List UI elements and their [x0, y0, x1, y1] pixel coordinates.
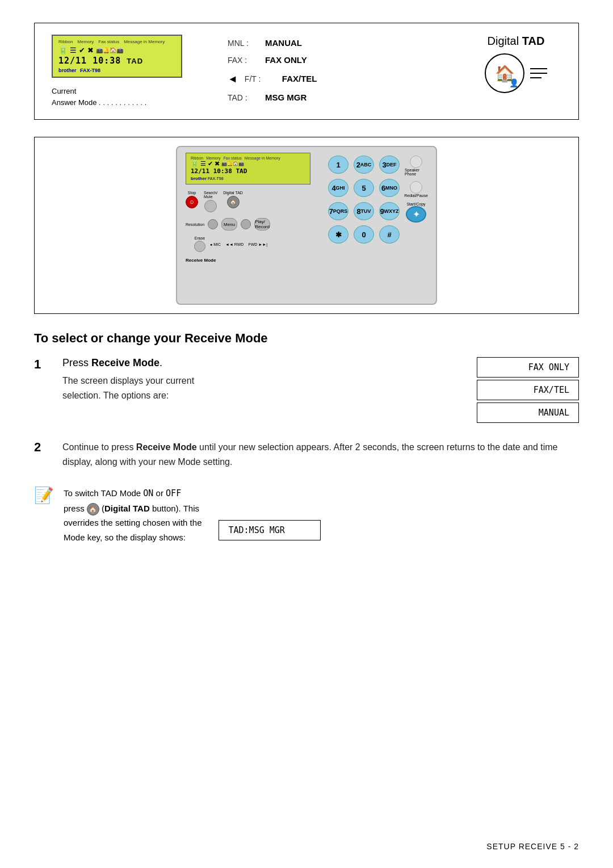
menu-button[interactable]: Menu	[221, 218, 237, 230]
redial-pause-area: Redial/Pause	[405, 179, 427, 199]
lcd-option-manual: MANUAL	[477, 402, 579, 423]
fax-icons: 📠🔔🏠📠	[96, 47, 123, 53]
key-8[interactable]: 8TUV	[354, 202, 374, 220]
erase-area[interactable]: Erase	[194, 236, 205, 252]
note-text4: overrides the setting chosen with the	[64, 518, 201, 527]
mode-value-mnl: MANUAL	[265, 35, 302, 52]
search-mute-area[interactable]: Search/Mute	[204, 191, 217, 212]
fax-status-label: Fax status	[98, 39, 119, 44]
fax-machine: RibbonMemoryFax statusMessage in Memory …	[176, 146, 437, 305]
note-with-box: To switch TAD Mode ON or OFF press 🏠 (Di…	[64, 486, 321, 544]
key-9[interactable]: 9WXYZ	[379, 202, 400, 220]
mic-label: ● MIC	[210, 242, 221, 246]
step1-desc: The screen displays your current selecti…	[62, 374, 465, 402]
screen-icons: 🔋 ☰ ✔ ✖ 📠🔔🏠📠	[58, 46, 175, 54]
tad-label: TAD	[522, 35, 545, 47]
search-mute-button[interactable]	[204, 200, 217, 212]
receive-mode-label: Receive Mode	[186, 258, 216, 263]
digital-tad-btn-area[interactable]: Digital TAD 🏠	[223, 191, 243, 212]
tad-line-3	[530, 77, 541, 78]
step1-title-bold: Receive Mode	[91, 357, 159, 368]
step2-number: 2	[34, 440, 51, 455]
top-info-box: Ribbon Memory Fax status Message in Memo…	[34, 23, 579, 120]
nav-button[interactable]	[241, 219, 251, 229]
controls-row: Resolution Menu Play/Record	[186, 218, 270, 230]
model-name: FAX-T98	[80, 68, 100, 73]
key-7[interactable]: 7PQRS	[328, 202, 349, 220]
mode-prefix-fax: FAX :	[228, 52, 262, 68]
resolution-label: Resolution	[186, 223, 204, 227]
note-text5: Mode key, so the display shows:	[64, 532, 186, 542]
key-6[interactable]: 6MNO	[379, 179, 400, 197]
redial-pause-button[interactable]	[410, 181, 422, 194]
erase-label: Erase	[195, 236, 205, 240]
step1-title-suffix: .	[159, 357, 162, 368]
lcd-option-fax-tel: FAX/TEL	[477, 380, 579, 400]
rwd-label: ◄◄ RWD	[225, 242, 243, 246]
cross-icon: ✖	[87, 46, 94, 54]
step2-text: Continue to press	[62, 442, 136, 452]
key-3[interactable]: 3DEF	[379, 156, 400, 174]
arrow-icon: ◄	[228, 69, 238, 89]
key-hash[interactable]: #	[379, 225, 400, 244]
speaker-phone-button[interactable]	[410, 156, 422, 168]
key-star[interactable]: ✱	[328, 225, 349, 244]
redial-pause-label: Redial/Pause	[404, 194, 428, 198]
note-tad-btn-icon: 🏠	[87, 503, 99, 515]
step2-desc: Continue to press Receive Mode until you…	[62, 440, 579, 469]
mode-value-ft: FAX/TEL	[282, 70, 317, 87]
speaker-phone-label: Speaker Phone	[405, 168, 427, 176]
message-memory-label: Message in Memory	[124, 39, 165, 44]
fax-machine-box: RibbonMemoryFax statusMessage in Memory …	[34, 137, 579, 314]
resolution-button[interactable]	[208, 219, 218, 229]
note-text2: or	[153, 488, 166, 498]
digital-tad-title: Digital TAD	[488, 35, 545, 48]
step1-number: 1	[34, 357, 51, 372]
brand-name: brother	[58, 68, 77, 73]
key-5[interactable]: 5	[354, 179, 374, 197]
tad-icon-row: 🏠👤	[485, 53, 547, 93]
screen-time: 12/11 10:38	[58, 56, 121, 66]
erase-button[interactable]	[194, 241, 205, 252]
fwd-label: FWD ►►|	[248, 242, 267, 246]
digital-label: Digital	[488, 35, 522, 47]
stop-btn-area[interactable]: Stop ⊙	[186, 191, 198, 212]
tad-line-1	[530, 68, 547, 69]
note-text: To switch TAD Mode ON or OFF press 🏠 (Di…	[64, 486, 201, 544]
section-title: To select or change your Receive Mode	[34, 331, 579, 346]
note-off: OFF	[166, 488, 181, 498]
note-left: To switch TAD Mode ON or OFF press 🏠 (Di…	[64, 486, 201, 544]
note-on: ON	[143, 488, 153, 498]
key-1[interactable]: 1	[328, 156, 349, 174]
note-container: 📝 To switch TAD Mode ON or OFF press 🏠 (…	[34, 486, 579, 544]
machine-brand: brother FAX-T98	[191, 176, 305, 181]
note-right: TAD:MSG MGR	[219, 486, 321, 540]
stop-button[interactable]: ⊙	[186, 196, 198, 208]
step1-desc-line2: selection. The options are:	[62, 391, 169, 400]
memory-label: Memory	[77, 39, 94, 44]
machine-time: 12/11 10:38 TAD	[191, 167, 305, 175]
left-buttons-row: Stop ⊙ Search/Mute Digital TAD 🏠	[186, 191, 243, 212]
key-0[interactable]: 0	[354, 225, 374, 244]
key-4[interactable]: 4GHI	[328, 179, 349, 197]
machine-screen-header: RibbonMemoryFax statusMessage in Memory	[191, 156, 305, 160]
ribbon-label: Ribbon	[58, 39, 73, 44]
erase-row: Erase ● MIC ◄◄ RWD FWD ►►|	[194, 236, 267, 252]
play-record-button[interactable]: Play/Record	[254, 218, 270, 230]
step1-title: Press Receive Mode.	[62, 357, 465, 369]
start-copy-button[interactable]: ✦	[406, 206, 426, 223]
step2-text-bold: Receive Mode	[136, 442, 197, 452]
key-2[interactable]: 2ABC	[354, 156, 374, 174]
lcd-option-fax-only: FAX ONLY	[477, 357, 579, 378]
mode-prefix-ft: F/T :	[245, 71, 279, 87]
mode-value-fax: FAX ONLY	[265, 52, 307, 69]
digital-tad-button[interactable]: 🏠	[227, 196, 240, 208]
step2-content: Continue to press Receive Mode until you…	[62, 440, 579, 469]
tad-icon-circle: 🏠👤	[485, 53, 524, 93]
note-text-bold: (Digital TAD button). This	[102, 504, 199, 513]
machine-screen-icons: 🔋☰✔✖ 📠🔔🏠📠	[191, 160, 305, 167]
answer-mode-label: Current Answer Mode ............	[52, 86, 149, 108]
keypad: 1 2ABC 3DEF Speaker Phone 4GHI 5 6MNO Re…	[328, 156, 427, 246]
lcd-options: FAX ONLY FAX/TEL MANUAL	[477, 357, 579, 423]
start-copy-label: Start/Copy	[406, 202, 425, 206]
